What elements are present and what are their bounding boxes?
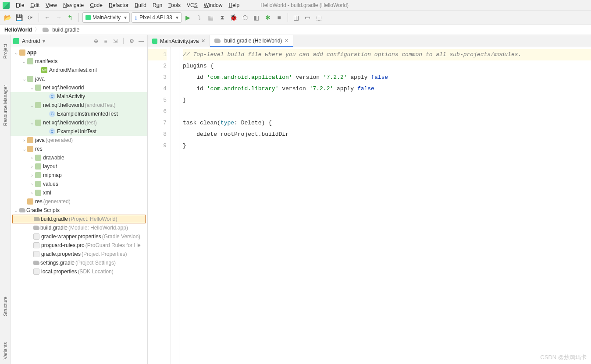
- gradle-icon: [43, 28, 49, 32]
- tree-drawable[interactable]: drawable: [11, 153, 147, 162]
- menu-help[interactable]: Help: [226, 1, 242, 9]
- tree-proguard[interactable]: proguard-rules.pro(ProGuard Rules for He: [11, 241, 147, 250]
- tree-layout[interactable]: layout: [11, 162, 147, 171]
- toolbar: 📂 💾 ⟳ ← → ↰ MainActivity ▯ Pixel 4 API 3…: [0, 11, 591, 25]
- menu-build[interactable]: Build: [132, 1, 149, 9]
- menu-run[interactable]: Run: [150, 1, 165, 9]
- tree-res[interactable]: res: [11, 145, 147, 153]
- tree-pkg-androidtest[interactable]: net.xqf.helloworld(androidTest): [11, 101, 147, 110]
- gutter-project[interactable]: Project: [3, 44, 8, 59]
- avd-icon[interactable]: ◫: [292, 13, 301, 22]
- tree-local-props[interactable]: local.properties(SDK Location): [11, 267, 147, 276]
- tree-pkg-test[interactable]: net.xqf.helloworld(test): [11, 118, 147, 127]
- coverage-icon[interactable]: ▦: [206, 13, 216, 22]
- gutter-variants[interactable]: Variants: [3, 342, 8, 360]
- tab-main-activity[interactable]: MainActivity.java ✕: [148, 35, 210, 47]
- editor-area: MainActivity.java ✕ build.gradle (HelloW…: [148, 35, 591, 364]
- menu-code[interactable]: Code: [87, 1, 105, 9]
- breadcrumb-file[interactable]: build.gradle: [52, 27, 79, 33]
- breadcrumb-sep: 〉: [35, 26, 40, 33]
- menu-navigate[interactable]: Navigate: [61, 1, 86, 9]
- tree-example-instr-test[interactable]: CExampleInstrumentedTest: [11, 110, 147, 118]
- run-button-icon[interactable]: ▶: [183, 13, 193, 22]
- tree-res-gen[interactable]: res(generated): [11, 197, 147, 206]
- run-config-dropdown[interactable]: MainActivity: [82, 12, 130, 23]
- code-content[interactable]: // Top-level build file where you can ad…: [179, 47, 591, 364]
- tree-java-gen[interactable]: java(generated): [11, 136, 147, 145]
- android-icon: [85, 15, 91, 20]
- tree-pkg-main[interactable]: net.xqf.helloworld: [11, 83, 147, 92]
- properties-file-icon: [33, 233, 39, 240]
- undo-icon[interactable]: ↰: [65, 13, 75, 22]
- android-view-icon: [13, 38, 19, 44]
- tree-settings-gradle[interactable]: settings.gradle(Project Settings): [11, 258, 147, 267]
- phone-icon: ▯: [135, 14, 138, 21]
- tree-xml[interactable]: xml: [11, 188, 147, 197]
- menu-view[interactable]: View: [43, 1, 60, 9]
- close-icon[interactable]: ✕: [285, 38, 288, 43]
- stop-icon[interactable]: ■: [274, 13, 284, 22]
- collapse-icon[interactable]: ⇲: [112, 38, 119, 45]
- fold-gutter: [171, 47, 179, 364]
- tab-label: build.gradle (HelloWorld): [224, 38, 282, 44]
- target-icon[interactable]: ⊕: [93, 38, 100, 45]
- project-panel: Android ▾ ⊕ ≡ ⇲ ⚙ — app manifests MFAndr…: [11, 35, 148, 364]
- open-icon[interactable]: 📂: [3, 13, 12, 22]
- tree-gradle-wrapper[interactable]: gradle-wrapper.properties(Gradle Version…: [11, 232, 147, 241]
- menu-window[interactable]: Window: [201, 1, 225, 9]
- tree-mipmap[interactable]: mipmap: [11, 171, 147, 180]
- tree-build-gradle-project[interactable]: build.gradle(Project: HelloWorld): [12, 215, 146, 223]
- device-dropdown[interactable]: ▯ Pixel 4 API 33: [132, 12, 182, 23]
- layout-icon[interactable]: ⬚: [314, 13, 324, 22]
- menu-vcs[interactable]: VCS: [184, 1, 200, 9]
- menu-file[interactable]: File: [13, 1, 27, 9]
- watermark: CSDN @炒鸡玛卡: [540, 353, 587, 361]
- menu-tools[interactable]: Tools: [166, 1, 183, 9]
- line-number-gutter: 1 2 3 4 5 6 7▶ 8 9: [148, 47, 171, 364]
- attach-icon[interactable]: ⬡: [240, 13, 250, 22]
- back-icon[interactable]: ←: [43, 13, 52, 22]
- gradle-icon: [33, 261, 39, 265]
- tab-label: MainActivity.java: [160, 38, 199, 44]
- tree-example-unit-test[interactable]: CExampleUnitTest: [11, 127, 147, 136]
- tree-values[interactable]: values: [11, 180, 147, 188]
- debug-next-icon[interactable]: ⤵: [195, 13, 204, 22]
- tree-java[interactable]: java: [11, 74, 147, 83]
- tree-app[interactable]: app: [11, 48, 147, 57]
- tree-manifests[interactable]: manifests: [11, 57, 147, 66]
- editor-body[interactable]: 1 2 3 4 5 6 7▶ 8 9 // Top-level build fi…: [148, 47, 591, 364]
- gradle-icon: [33, 226, 39, 230]
- tab-build-gradle[interactable]: build.gradle (HelloWorld) ✕: [210, 35, 293, 47]
- more-icon-1[interactable]: ◧: [252, 13, 261, 22]
- tree-build-gradle-module[interactable]: build.gradle(Module: HelloWorld.app): [11, 223, 147, 232]
- properties-file-icon: [33, 251, 39, 257]
- left-gutter: Project Resource Manager Structure Varia…: [0, 35, 11, 364]
- tree-android-manifest[interactable]: MFAndroidManifest.xml: [11, 66, 147, 74]
- gradle-icon: [19, 208, 25, 212]
- close-icon[interactable]: ✕: [201, 38, 205, 44]
- settings-icon[interactable]: ⚙: [128, 38, 135, 45]
- gutter-structure[interactable]: Structure: [3, 297, 8, 316]
- tree-gradle-props[interactable]: gradle.properties(Project Properties): [11, 250, 147, 258]
- gutter-resource-manager[interactable]: Resource Manager: [3, 85, 8, 126]
- save-icon[interactable]: 💾: [14, 13, 24, 22]
- menu-edit[interactable]: Edit: [28, 1, 42, 9]
- bug-icon[interactable]: ✱: [263, 13, 273, 22]
- tree-gradle-scripts[interactable]: Gradle Scripts: [11, 206, 147, 215]
- breadcrumb-project[interactable]: HelloWorld: [4, 27, 32, 33]
- manifest-file-icon: MF: [41, 67, 47, 73]
- debug-icon[interactable]: 🐞: [229, 13, 239, 22]
- chevron-down-icon[interactable]: ▾: [43, 38, 45, 44]
- sdk-icon[interactable]: ▭: [303, 13, 313, 22]
- android-studio-logo-icon: [3, 2, 10, 9]
- profile-icon[interactable]: ⧗: [217, 13, 227, 22]
- android-icon: [152, 39, 157, 44]
- sync-icon[interactable]: ⟳: [25, 13, 35, 22]
- forward-icon[interactable]: →: [54, 13, 64, 22]
- project-panel-title[interactable]: Android: [22, 38, 40, 44]
- hide-icon[interactable]: —: [138, 38, 145, 45]
- tree-main-activity[interactable]: CMainActivity: [11, 92, 147, 101]
- project-panel-header: Android ▾ ⊕ ≡ ⇲ ⚙ —: [11, 35, 147, 47]
- expand-icon[interactable]: ≡: [102, 38, 109, 45]
- menu-refactor[interactable]: Refactor: [106, 1, 131, 9]
